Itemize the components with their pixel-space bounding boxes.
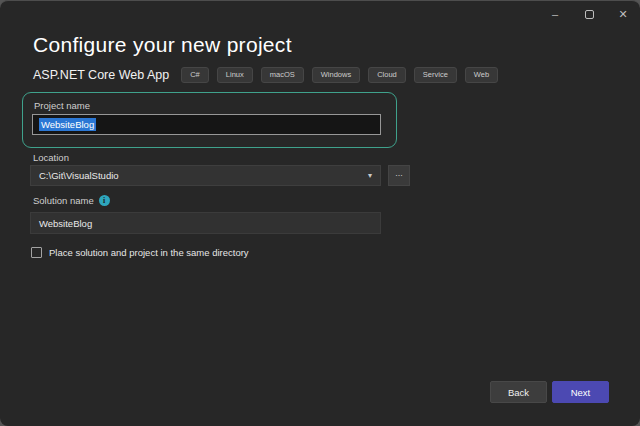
minimize-button[interactable]: – (538, 1, 572, 27)
close-button[interactable]: ✕ (606, 1, 640, 27)
maximize-button[interactable] (572, 1, 606, 27)
close-icon: ✕ (618, 8, 627, 21)
solution-name-label: Solution name (33, 195, 94, 206)
configure-project-dialog: – ✕ Configure your new project ASP.NET C… (0, 0, 640, 426)
minimize-icon: – (552, 8, 558, 20)
same-directory-checkbox[interactable] (31, 247, 42, 258)
next-button[interactable]: Next (552, 381, 609, 403)
location-label: Location (33, 152, 69, 163)
maximize-icon (585, 10, 594, 19)
tag-cloud: Cloud (368, 67, 406, 83)
solution-name-value: WebsiteBlog (39, 218, 92, 229)
template-info-row: ASP.NET Core Web App C# Linux macOS Wind… (33, 67, 620, 83)
chevron-down-icon: ▾ (368, 171, 372, 180)
same-directory-row: Place solution and project in the same d… (31, 247, 249, 258)
tag-service: Service (414, 67, 457, 83)
template-name: ASP.NET Core Web App (33, 68, 169, 82)
project-name-value: WebsiteBlog (39, 118, 96, 131)
tag-web: Web (465, 67, 498, 83)
back-button[interactable]: Back (490, 381, 547, 403)
location-value: C:\Git\VisualStudio (39, 170, 119, 181)
info-icon[interactable]: i (99, 195, 110, 206)
project-name-label: Project name (34, 100, 90, 111)
page-title: Configure your new project (33, 33, 292, 57)
solution-name-label-row: Solution name i (33, 195, 110, 206)
tag-linux: Linux (217, 67, 253, 83)
solution-name-input[interactable]: WebsiteBlog (30, 212, 381, 234)
location-dropdown[interactable]: C:\Git\VisualStudio ▾ (30, 165, 381, 186)
project-name-group: Project name WebsiteBlog (22, 92, 397, 148)
tag-csharp: C# (181, 67, 209, 83)
title-bar: – ✕ (0, 1, 640, 29)
project-name-input[interactable]: WebsiteBlog (32, 114, 381, 135)
tag-macos: macOS (261, 67, 304, 83)
tag-windows: Windows (312, 67, 360, 83)
browse-location-button[interactable]: ... (388, 165, 410, 186)
same-directory-label: Place solution and project in the same d… (49, 247, 249, 258)
